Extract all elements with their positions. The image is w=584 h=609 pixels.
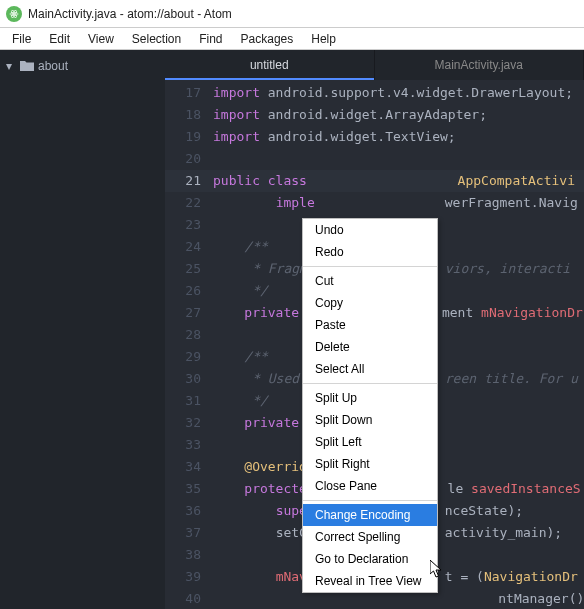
atom-logo-icon [6, 6, 22, 22]
menu-help[interactable]: Help [303, 30, 344, 48]
ctx-split-up[interactable]: Split Up [303, 387, 437, 409]
ctx-paste[interactable]: Paste [303, 314, 437, 336]
sidebar-tree: ▾ about [0, 50, 165, 609]
tab-untitled[interactable]: untitled [165, 50, 375, 80]
svg-point-0 [13, 12, 15, 14]
tree-root[interactable]: ▾ about [0, 54, 165, 78]
menu-packages[interactable]: Packages [233, 30, 302, 48]
context-menu: Undo Redo Cut Copy Paste Delete Select A… [302, 218, 438, 593]
titlebar: MainActivity.java - atom://about - Atom [0, 0, 584, 28]
ctx-split-down[interactable]: Split Down [303, 409, 437, 431]
ctx-redo[interactable]: Redo [303, 241, 437, 263]
tab-label: MainActivity.java [435, 58, 523, 72]
separator [303, 266, 437, 267]
ctx-split-left[interactable]: Split Left [303, 431, 437, 453]
separator [303, 383, 437, 384]
main-area: ▾ about untitled MainActivity.java 17imp… [0, 50, 584, 609]
separator [303, 500, 437, 501]
chevron-down-icon: ▾ [6, 59, 18, 73]
tree-root-label: about [38, 59, 68, 73]
menu-file[interactable]: File [4, 30, 39, 48]
ctx-undo[interactable]: Undo [303, 219, 437, 241]
ctx-correct-spelling[interactable]: Correct Spelling [303, 526, 437, 548]
ctx-cut[interactable]: Cut [303, 270, 437, 292]
ctx-go-to-declaration[interactable]: Go to Declaration [303, 548, 437, 570]
tab-mainactivity[interactable]: MainActivity.java [375, 50, 585, 80]
ctx-close-pane[interactable]: Close Pane [303, 475, 437, 497]
window-title: MainActivity.java - atom://about - Atom [28, 7, 232, 21]
tabs: untitled MainActivity.java [165, 50, 584, 80]
ctx-copy[interactable]: Copy [303, 292, 437, 314]
ctx-change-encoding[interactable]: Change Encoding [303, 504, 437, 526]
folder-icon [20, 60, 34, 72]
ctx-delete[interactable]: Delete [303, 336, 437, 358]
tab-label: untitled [250, 58, 289, 72]
ctx-select-all[interactable]: Select All [303, 358, 437, 380]
menubar: File Edit View Selection Find Packages H… [0, 28, 584, 50]
ctx-reveal-in-tree[interactable]: Reveal in Tree View [303, 570, 437, 592]
menu-find[interactable]: Find [191, 30, 230, 48]
menu-selection[interactable]: Selection [124, 30, 189, 48]
ctx-split-right[interactable]: Split Right [303, 453, 437, 475]
menu-view[interactable]: View [80, 30, 122, 48]
menu-edit[interactable]: Edit [41, 30, 78, 48]
